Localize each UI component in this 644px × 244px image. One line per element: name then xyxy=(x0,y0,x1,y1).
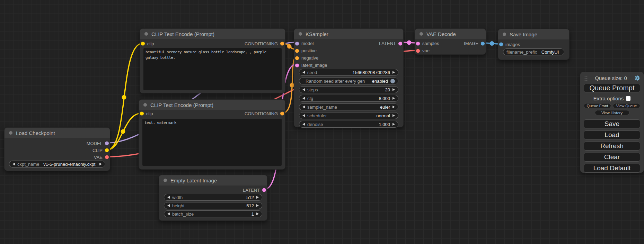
collapse-dot-icon[interactable] xyxy=(143,103,147,107)
images-input-port[interactable] xyxy=(499,43,503,46)
latent-image-input-port[interactable] xyxy=(295,63,299,67)
decrement-arrow-icon[interactable] xyxy=(302,88,305,91)
collapse-dot-icon[interactable] xyxy=(9,131,12,135)
wire-midpoint-dot xyxy=(121,129,125,134)
decrement-arrow-icon[interactable] xyxy=(167,213,170,215)
vae-input-port[interactable] xyxy=(416,49,420,53)
collapse-dot-icon[interactable] xyxy=(144,32,148,36)
node-save-image[interactable]: Save Image images filename_prefix ComfyU… xyxy=(498,29,570,60)
decrement-arrow-icon[interactable] xyxy=(302,97,305,100)
model-input-port[interactable] xyxy=(295,42,299,45)
prompt-textarea[interactable]: beautiful scenery nature glass bottle la… xyxy=(143,48,282,90)
width-widget[interactable]: width 512 xyxy=(164,194,262,201)
collapse-dot-icon[interactable] xyxy=(420,32,423,36)
node-title: CLIP Text Encode (Prompt) xyxy=(151,31,214,37)
input-label-negative: negative xyxy=(301,55,318,61)
widget-value: 8.000 xyxy=(379,96,390,101)
node-title-bar[interactable]: CLIP Text Encode (Prompt) xyxy=(139,100,285,110)
increment-arrow-icon[interactable] xyxy=(392,106,395,108)
samples-input-port[interactable] xyxy=(416,42,420,45)
clip-input-port[interactable] xyxy=(141,42,145,46)
steps-widget[interactable]: steps 20 xyxy=(299,86,398,93)
node-title-bar[interactable]: Load Checkpoint xyxy=(5,128,110,138)
increment-arrow-icon[interactable] xyxy=(392,123,395,126)
node-empty-latent-image[interactable]: Empty Latent Image LATENT width 512 heig… xyxy=(159,175,267,221)
random-seed-widget[interactable]: Random seed after every gen enabled xyxy=(299,78,398,84)
node-title: CLIP Text Encode (Prompt) xyxy=(150,102,213,108)
decrement-arrow-icon[interactable] xyxy=(302,114,305,117)
sampler-name-widget[interactable]: sampler_name euler xyxy=(299,103,398,110)
cfg-widget[interactable]: cfg 8.000 xyxy=(299,95,398,102)
increment-arrow-icon[interactable] xyxy=(256,213,259,215)
node-clip-text-encode-negative[interactable]: CLIP Text Encode (Prompt) clip CONDITION… xyxy=(139,99,285,170)
queue-prompt-button[interactable]: Queue Prompt xyxy=(584,84,640,92)
latent-output-port[interactable] xyxy=(398,42,402,45)
conditioning-output-port[interactable] xyxy=(280,42,284,46)
decrement-arrow-icon[interactable] xyxy=(167,196,170,199)
node-vae-decode[interactable]: VAE Decode samples IMAGE vae xyxy=(415,28,486,55)
node-ksampler[interactable]: KSampler model LATENT positive negative … xyxy=(294,28,404,127)
output-label-image: IMAGE xyxy=(464,41,478,46)
load-button[interactable]: Load xyxy=(584,130,640,139)
increment-arrow-icon[interactable] xyxy=(256,196,259,199)
increment-arrow-icon[interactable] xyxy=(99,163,102,165)
node-clip-text-encode-positive[interactable]: CLIP Text Encode (Prompt) clip CONDITION… xyxy=(140,28,285,93)
wire-midpoint-dot xyxy=(490,41,494,46)
decrement-arrow-icon[interactable] xyxy=(12,163,15,165)
toggle-indicator-icon[interactable] xyxy=(390,79,395,83)
ckpt-name-widget[interactable]: ckpt_name v1-5-pruned-emaonly.ckpt xyxy=(9,161,105,168)
filename-prefix-widget[interactable]: filename_prefix ComfyUI xyxy=(503,48,564,55)
latent-output-port[interactable] xyxy=(262,188,266,192)
decrement-arrow-icon[interactable] xyxy=(302,106,305,108)
negative-input-port[interactable] xyxy=(295,56,299,60)
clip-output-port[interactable] xyxy=(105,148,109,152)
save-button[interactable]: Save xyxy=(584,119,640,128)
prompt-textarea[interactable]: text, watermark xyxy=(142,119,282,166)
increment-arrow-icon[interactable] xyxy=(392,88,395,91)
widget-value: normal xyxy=(376,113,390,118)
height-widget[interactable]: height 512 xyxy=(164,202,262,209)
collapse-dot-icon[interactable] xyxy=(164,179,167,182)
node-title-bar[interactable]: Empty Latent Image xyxy=(159,175,267,186)
load-default-button[interactable]: Load Default xyxy=(584,164,640,173)
widget-label: filename_prefix xyxy=(506,49,537,55)
increment-arrow-icon[interactable] xyxy=(392,97,395,100)
collapse-dot-icon[interactable] xyxy=(503,33,506,36)
extra-options-checkbox[interactable] xyxy=(626,96,630,101)
batch-size-widget[interactable]: batch_size 1 xyxy=(164,210,262,217)
vae-output-port[interactable] xyxy=(105,155,109,159)
image-output-port[interactable] xyxy=(481,42,485,45)
seed-widget[interactable]: seed 156680208700286 xyxy=(299,69,398,76)
refresh-button[interactable]: Refresh xyxy=(584,142,640,151)
node-title-bar[interactable]: Save Image xyxy=(498,29,569,39)
increment-arrow-icon[interactable] xyxy=(392,71,395,74)
denoise-widget[interactable]: denoise 1.000 xyxy=(299,121,398,128)
queue-front-button[interactable]: Queue Front xyxy=(584,103,611,108)
view-queue-button[interactable]: View Queue xyxy=(613,103,640,108)
node-title-bar[interactable]: CLIP Text Encode (Prompt) xyxy=(140,29,285,39)
scheduler-widget[interactable]: scheduler normal xyxy=(299,112,398,119)
clip-input-port[interactable] xyxy=(140,112,144,116)
collapse-dot-icon[interactable] xyxy=(299,32,302,36)
widget-label: denoise xyxy=(307,122,323,127)
positive-input-port[interactable] xyxy=(295,49,299,53)
output-label-conditioning: CONDITIONING xyxy=(245,111,278,116)
settings-gear-icon[interactable] xyxy=(634,75,640,81)
model-output-port[interactable] xyxy=(105,142,109,145)
decrement-arrow-icon[interactable] xyxy=(167,204,170,207)
widget-label: scheduler xyxy=(307,113,327,118)
node-title-bar[interactable]: VAE Decode xyxy=(415,29,486,39)
decrement-arrow-icon[interactable] xyxy=(302,71,305,74)
decrement-arrow-icon[interactable] xyxy=(302,123,305,126)
increment-arrow-icon[interactable] xyxy=(392,114,395,117)
increment-arrow-icon[interactable] xyxy=(256,204,259,207)
conditioning-output-port[interactable] xyxy=(280,112,284,116)
node-load-checkpoint[interactable]: Load Checkpoint MODEL CLIP VAE ckpt_name… xyxy=(4,127,110,171)
widget-value: 156680208700286 xyxy=(353,70,390,75)
widget-value: 1.000 xyxy=(379,122,390,127)
view-history-button[interactable]: View History xyxy=(595,110,629,115)
node-title-bar[interactable]: KSampler xyxy=(294,29,403,39)
drag-handle-icon[interactable] xyxy=(584,75,588,81)
node-title: Empty Latent Image xyxy=(170,178,217,183)
clear-button[interactable]: Clear xyxy=(584,153,640,162)
